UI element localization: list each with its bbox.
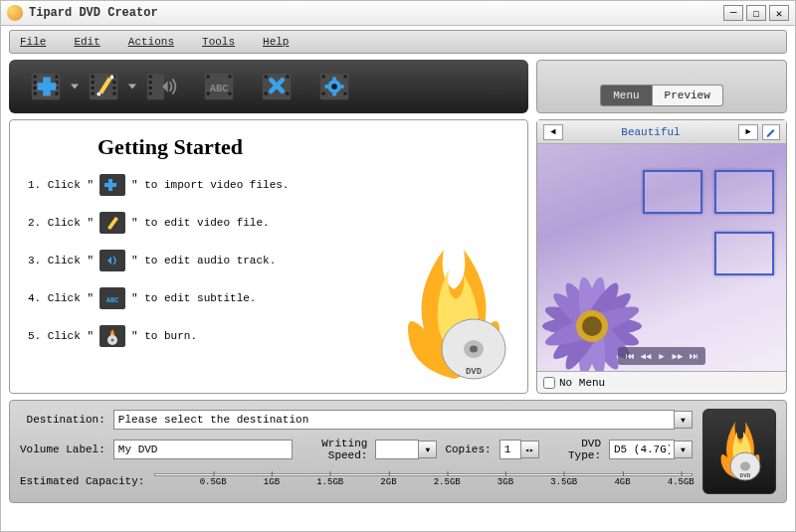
svg-point-21 (97, 92, 100, 96)
svg-rect-30 (229, 76, 232, 79)
preview-tabs: Menu Preview (536, 60, 787, 113)
svg-point-44 (331, 84, 337, 89)
svg-rect-1 (34, 76, 37, 79)
add-video-icon (100, 174, 125, 196)
capacity-meter: 0.5GB1GB1.5GB2GB2.5GB3GB3.5GB4GB4.5GB (154, 469, 693, 493)
capacity-tick: 3.5GB (550, 477, 577, 487)
add-video-button[interactable] (23, 66, 71, 107)
menu-tools[interactable]: Tools (202, 36, 235, 48)
capacity-tick: 0.5GB (200, 477, 227, 487)
settings-button[interactable] (311, 66, 359, 107)
svg-rect-36 (287, 76, 290, 79)
svg-rect-5 (56, 76, 59, 79)
step-1: 1. Click " " to import video files. (28, 174, 509, 196)
capacity-tick: 4GB (614, 477, 630, 487)
preview-canvas: ⏮ ◀◀ ▶ ▶▶ ⏭ (537, 144, 786, 371)
svg-rect-17 (113, 81, 116, 84)
menu-thumbnail[interactable] (714, 170, 774, 214)
remove-button[interactable] (254, 66, 301, 107)
edit-video-button[interactable] (81, 66, 128, 107)
writing-speed-label: Writing Speed: (300, 438, 368, 461)
getting-started-heading: Getting Started (98, 134, 509, 160)
playback-controls: ⏮ ◀◀ ▶ ▶▶ ⏭ (618, 347, 705, 365)
menu-edit[interactable]: Edit (74, 36, 100, 48)
chevron-down-icon (71, 85, 79, 89)
volume-label-input[interactable] (113, 440, 293, 459)
svg-rect-3 (34, 87, 37, 89)
preview-template-name: Beautiful (567, 126, 734, 138)
svg-rect-35 (265, 92, 268, 95)
dvd-type-dropdown-button[interactable]: ▼ (675, 441, 693, 458)
svg-text:ABC: ABC (210, 83, 229, 94)
menu-thumbnail[interactable] (714, 232, 774, 275)
chevron-down-icon (128, 85, 136, 89)
svg-rect-4 (34, 92, 37, 95)
svg-rect-40 (322, 92, 325, 95)
svg-rect-8 (56, 92, 59, 95)
preview-prev-button[interactable]: ◄ (543, 124, 563, 140)
preview-panel: ◄ Beautiful ► (536, 119, 787, 394)
svg-point-61 (470, 346, 478, 353)
dvd-type-select[interactable] (609, 440, 675, 459)
title-bar: Tipard DVD Creator ─ ☐ ✕ (0, 0, 796, 26)
svg-text:ABC: ABC (106, 296, 119, 304)
menu-actions[interactable]: Actions (128, 36, 174, 48)
tab-preview[interactable]: Preview (653, 85, 723, 106)
menu-bar: File Edit Actions Tools Help (9, 30, 787, 54)
copies-input[interactable] (499, 440, 521, 459)
close-button[interactable]: ✕ (769, 5, 789, 21)
main-toolbar: ABC (9, 60, 528, 113)
destination-label: Destination: (20, 414, 105, 426)
minimize-button[interactable]: ─ (723, 5, 743, 21)
svg-rect-53 (100, 250, 125, 271)
svg-rect-28 (207, 76, 210, 79)
destination-input[interactable] (113, 410, 675, 430)
svg-rect-25 (149, 87, 152, 89)
svg-rect-46 (332, 92, 336, 96)
svg-rect-51 (104, 183, 116, 187)
step-2: 2. Click " " to edit video file. (28, 212, 509, 234)
edit-subtitle-button[interactable]: ABC (196, 66, 244, 107)
rewind-button[interactable]: ◀◀ (639, 350, 653, 362)
capacity-tick: 3GB (498, 477, 513, 487)
capacity-tick: 4.5GB (668, 477, 695, 487)
edit-video-icon (100, 212, 125, 234)
capacity-label: Estimated Capacity: (20, 475, 144, 487)
svg-rect-37 (287, 92, 290, 95)
forward-button[interactable]: ▶▶ (671, 350, 685, 362)
maximize-button[interactable]: ☐ (746, 5, 766, 21)
dvd-type-label: DVD Type: (547, 438, 601, 461)
svg-rect-2 (34, 81, 37, 84)
skip-forward-button[interactable]: ⏭ (687, 350, 700, 362)
preview-edit-button[interactable] (762, 124, 780, 140)
tab-menu[interactable]: Menu (600, 85, 652, 106)
svg-rect-48 (340, 85, 344, 89)
volume-label-label: Volume Label: (20, 443, 105, 455)
burn-icon (100, 325, 125, 347)
no-menu-checkbox[interactable] (543, 377, 555, 389)
svg-rect-24 (149, 81, 152, 84)
svg-point-73 (582, 316, 602, 336)
svg-rect-13 (92, 81, 95, 84)
svg-rect-19 (113, 92, 116, 95)
svg-rect-23 (149, 76, 152, 79)
destination-dropdown-button[interactable]: ▼ (675, 411, 693, 429)
edit-audio-icon (100, 250, 125, 271)
menu-thumbnail[interactable] (643, 170, 702, 214)
capacity-tick: 1GB (264, 477, 280, 487)
writing-speed-dropdown-button[interactable]: ▼ (419, 441, 437, 458)
svg-text:DVD: DVD (466, 367, 483, 377)
skip-back-button[interactable]: ⏮ (623, 350, 637, 362)
preview-next-button[interactable]: ► (738, 124, 758, 140)
svg-rect-34 (265, 76, 268, 79)
flame-disc-icon: DVD (384, 240, 523, 389)
svg-rect-18 (113, 87, 116, 89)
burn-button[interactable]: DVD (702, 409, 776, 494)
play-button[interactable]: ▶ (655, 350, 669, 362)
copies-spinner-button[interactable]: ◂▸ (521, 441, 539, 458)
writing-speed-select[interactable] (375, 440, 419, 459)
edit-audio-button[interactable] (138, 66, 186, 107)
settings-panel: Destination: ▼ Volume Label: Writing Spe… (9, 400, 787, 503)
menu-file[interactable]: File (20, 36, 46, 48)
menu-help[interactable]: Help (263, 36, 289, 48)
